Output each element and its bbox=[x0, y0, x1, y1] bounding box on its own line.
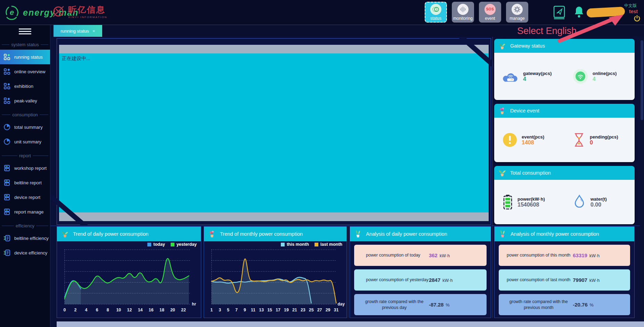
yesterday-consumption-value: 2847 bbox=[429, 277, 440, 283]
sos-icon: SOS bbox=[484, 4, 496, 15]
sidebar-item-beltline-report[interactable]: beltline report bbox=[0, 175, 50, 190]
user-menu[interactable]: test bbox=[629, 9, 638, 14]
topbar: e energy man 昕亿信息 XINYI INFORMATION stat… bbox=[0, 0, 644, 25]
power-icon[interactable] bbox=[633, 15, 641, 22]
top-nav: status monitoring SOS event manage bbox=[425, 2, 528, 23]
screen-bottom-band bbox=[59, 212, 489, 221]
nav-status-button[interactable]: status bbox=[425, 2, 447, 23]
analysis-row: growth rate compared with the previous d… bbox=[354, 294, 487, 315]
event-count: 1408 bbox=[522, 140, 534, 145]
svg-text:10: 10 bbox=[116, 308, 121, 312]
handbook-icon[interactable] bbox=[553, 6, 565, 19]
svg-text:2: 2 bbox=[74, 308, 77, 312]
alert-icon bbox=[503, 133, 517, 147]
pending-metric: pending(pcs)0 bbox=[564, 133, 635, 147]
sidebar-group-system-status: system status bbox=[0, 39, 50, 50]
svg-text:12: 12 bbox=[127, 308, 132, 312]
report-server-icon bbox=[3, 208, 10, 215]
nav-manage-label: manage bbox=[510, 16, 524, 21]
chart-legend: this monthlast month bbox=[281, 242, 342, 247]
sidebar-group-report: report bbox=[0, 150, 50, 161]
analysis-row: power consumption of yesterday 2847kW·h bbox=[354, 269, 487, 291]
svg-text:23: 23 bbox=[301, 307, 305, 312]
card-header: Gateway status bbox=[494, 39, 635, 53]
legend-item[interactable]: yesterday bbox=[171, 242, 197, 247]
sidebar-item-running-status[interactable]: running status bbox=[0, 50, 50, 64]
card-body: power(kW·h)1540608 water(t)0.00 bbox=[494, 180, 635, 224]
nav-monitoring-button[interactable]: monitoring bbox=[452, 2, 474, 23]
annotation-highlight bbox=[586, 7, 625, 18]
language-badge[interactable]: 中文版 bbox=[624, 3, 637, 9]
device-event-card: Device event event(pcs)1408 pending(pcs)… bbox=[494, 104, 635, 162]
sidebar-item-report-manage[interactable]: report manage bbox=[0, 204, 50, 219]
svg-text:0: 0 bbox=[63, 308, 66, 312]
svg-text:27: 27 bbox=[317, 307, 322, 312]
power-total: 1540608 bbox=[517, 202, 539, 208]
svg-text:22: 22 bbox=[181, 308, 186, 312]
gear-icon bbox=[512, 4, 523, 15]
analysis-row: growth rate compared with the previous m… bbox=[499, 294, 630, 315]
horizontal-scrollbar[interactable] bbox=[57, 321, 644, 327]
sidebar-item-device-efficiency[interactable]: device efficiency bbox=[0, 245, 50, 260]
card-header: Device event bbox=[494, 104, 635, 118]
gateway-cloud-icon bbox=[503, 69, 519, 83]
svg-text:13: 13 bbox=[259, 307, 264, 312]
panel-header: Analysis of daily power consumption bbox=[350, 227, 491, 241]
vertical-scrollbar-thumb[interactable] bbox=[641, 40, 643, 120]
panel-header: Analysis of monthly power consumption bbox=[495, 227, 634, 241]
sidebar-item-peak-valley[interactable]: peak-valley bbox=[0, 93, 50, 108]
vertical-scrollbar-track[interactable] bbox=[640, 37, 644, 319]
gateway-count: 4 bbox=[523, 76, 526, 82]
tab-running-status[interactable]: running status × bbox=[54, 25, 102, 37]
panel-header: Trend of monthly power consumption bbox=[204, 227, 347, 241]
notification-bell-icon[interactable] bbox=[573, 6, 585, 19]
card-body: gateway(pcs)4 online(pcs)4 bbox=[494, 53, 635, 100]
svg-text:25: 25 bbox=[309, 307, 314, 312]
last-month-consumption-value: 79907 bbox=[573, 277, 587, 283]
svg-text:day: day bbox=[337, 302, 345, 307]
annotation-text: Select English bbox=[517, 26, 577, 36]
svg-text:e: e bbox=[10, 8, 14, 17]
column-divider bbox=[492, 37, 493, 318]
legend-item[interactable]: today bbox=[147, 242, 165, 247]
legend-item[interactable]: last month bbox=[315, 242, 342, 247]
this-month-consumption-value: 63319 bbox=[573, 252, 587, 258]
nav-event-button[interactable]: SOS event bbox=[479, 2, 501, 23]
grid-icon bbox=[3, 53, 10, 60]
tab-close-icon[interactable]: × bbox=[92, 28, 95, 34]
total-consumption-card: Total consumption power(kW·h)1540608 wat… bbox=[494, 166, 635, 224]
daily-analysis-panel: Analysis of daily power consumption powe… bbox=[350, 226, 491, 318]
nav-manage-button[interactable]: manage bbox=[506, 2, 528, 23]
pending-count: 0 bbox=[590, 140, 593, 145]
grid-icon bbox=[3, 68, 10, 75]
sidebar-item-device-report[interactable]: device report bbox=[0, 190, 50, 204]
sidebar-item-workshop-report[interactable]: workshop report bbox=[0, 161, 50, 175]
plant-icon bbox=[498, 41, 507, 50]
panel-header: Trend of daily power consumption bbox=[57, 227, 201, 241]
sidebar-item-online-overview[interactable]: online overview bbox=[0, 64, 50, 79]
today-consumption-value: 362 bbox=[429, 252, 438, 258]
legend-item[interactable]: this month bbox=[281, 242, 309, 247]
svg-text:16: 16 bbox=[149, 308, 154, 312]
menu-toggle-icon[interactable] bbox=[19, 28, 31, 34]
hourglass-icon bbox=[573, 133, 585, 147]
svg-text:11: 11 bbox=[251, 307, 255, 312]
analysis-row: power consumption of today 362kW·h bbox=[354, 245, 487, 266]
svg-text:21: 21 bbox=[292, 307, 297, 312]
sidebar-item-exhibition[interactable]: exhibition bbox=[0, 79, 50, 93]
plant-icon bbox=[353, 229, 362, 238]
sidebar-item-total-summary[interactable]: total summary bbox=[0, 120, 50, 134]
daily-growth-rate-value: -87.28 bbox=[429, 302, 444, 308]
sidebar-item-beltline-efficiency[interactable]: beltline efficiency bbox=[0, 231, 50, 245]
sidebar-item-unit-summary[interactable]: unit summary bbox=[0, 134, 50, 149]
svg-text:19: 19 bbox=[284, 307, 289, 312]
under-construction-text: 正在建设中... bbox=[62, 56, 90, 62]
monthly-trend-panel: Trend of monthly power consumption this … bbox=[204, 226, 347, 318]
nav-status-label: status bbox=[430, 16, 441, 21]
nav-monitoring-label: monitoring bbox=[453, 16, 473, 21]
screen-top-band bbox=[59, 45, 489, 53]
svg-text:3: 3 bbox=[219, 307, 221, 312]
xinyi-logo-subtext: XINYI INFORMATION bbox=[68, 16, 107, 19]
svg-text:7: 7 bbox=[235, 307, 238, 312]
svg-text:20: 20 bbox=[170, 308, 175, 312]
